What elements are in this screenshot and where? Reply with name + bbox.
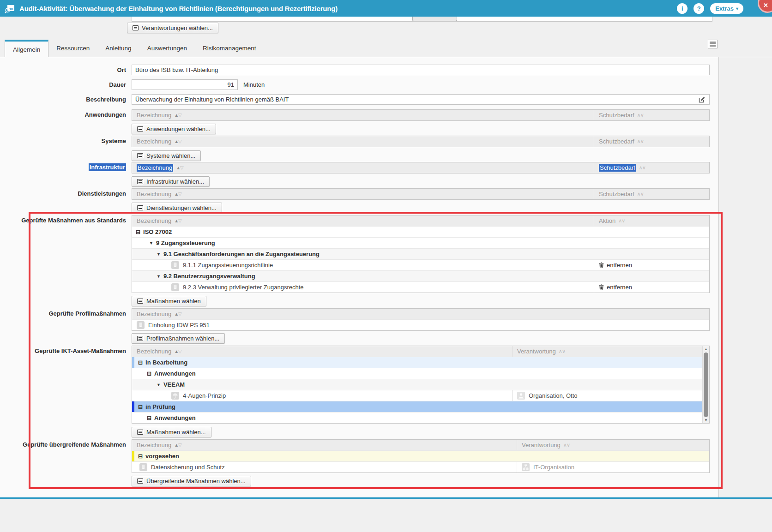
column-header-bezeichnung[interactable]: Bezeichnung ▲▽	[132, 348, 181, 355]
collapse-icon[interactable]: ⊟	[147, 415, 151, 421]
tab-ressourcen[interactable]: Ressourcen	[48, 40, 97, 57]
choose-massnahmen-button[interactable]: Maßnahmen wählen	[132, 296, 206, 306]
scroll-up-button[interactable]: ▲	[703, 346, 709, 352]
choose-profilmassnahmen-button[interactable]: Profilmaßnahmen wählen...	[132, 333, 225, 344]
tab-auswertungen[interactable]: Auswertungen	[139, 40, 195, 57]
status-group-in-bearbeitung[interactable]: ⊟ in Bearbeitung	[132, 357, 702, 368]
sort-icons: ▲▽	[174, 139, 181, 144]
tree-node-anwendungen[interactable]: ⊟ Anwendungen	[132, 412, 702, 423]
list-icon	[137, 478, 143, 484]
list-icon	[137, 430, 143, 435]
profile-measure-row[interactable]: Einholung IDW PS 951	[132, 319, 709, 330]
collapse-icon[interactable]: ⊟	[138, 359, 143, 366]
uebergreifend-section-label: Geprüfte übergreifende Maßnahmen	[0, 441, 126, 448]
tree-leaf-datensicherung[interactable]: Datensicherung und Schutz IT-Organisatio…	[132, 461, 709, 472]
column-header-bezeichnung[interactable]: Bezeichnung ▲▽	[132, 311, 181, 317]
systeme-table: Bezeichnung ▲▽ Schutzbedarf ∧∨	[132, 136, 710, 147]
tree-leaf-9-1-1[interactable]: 9.1.1 Zugangssteuerungsrichtlinie entfer…	[132, 259, 709, 270]
column-header-schutzbedarf[interactable]: Schutzbedarf ∧∨	[594, 110, 709, 120]
vertical-scrollbar[interactable]: ▲ ▼	[702, 346, 709, 423]
tree-node-iso-27002[interactable]: ⊟ ISO 27002	[132, 226, 709, 237]
tree-node-9-zugangssteuerung[interactable]: ▼ 9 Zugangssteuerung	[132, 237, 709, 248]
collapse-icon[interactable]: ⊟	[136, 229, 140, 235]
sort-icons: ∧∨	[563, 442, 570, 448]
column-header-bezeichnung[interactable]: Bezeichnung ▲▽	[132, 112, 181, 119]
list-icon	[137, 205, 143, 210]
choose-anwendungen-button[interactable]: Anwendungen wählen...	[132, 124, 216, 134]
scrollbar-thumb[interactable]	[704, 353, 708, 417]
responsible-person: Organisation, Otto	[517, 392, 578, 400]
tree-leaf-9-2-3[interactable]: 9.2.3 Verwaltung privilegierter Zugangsr…	[132, 281, 709, 293]
dauer-input[interactable]	[132, 79, 238, 90]
standards-section-label: Geprüfte Maßnahmen aus Standards	[0, 217, 126, 224]
scroll-down-button[interactable]: ▼	[703, 417, 709, 423]
dienstleistungen-label: Dienstleistungen	[0, 190, 126, 197]
help-button[interactable]: ?	[694, 3, 704, 14]
measure-icon	[171, 283, 179, 291]
tree-leaf-4-augen-prinzip[interactable]: 4-Augen-Prinzip Organisation, Otto	[132, 390, 702, 401]
choose-dienstleistungen-button[interactable]: Dienstleistungen wählen...	[132, 203, 222, 213]
dauer-label: Dauer	[0, 81, 126, 88]
profile-measures-table: Bezeichnung ▲▽ Einholung IDW PS 951	[132, 308, 710, 331]
beschreibung-label: Beschreibung	[0, 96, 126, 103]
partially-hidden-button[interactable]	[412, 17, 457, 21]
list-icon	[137, 126, 143, 132]
list-view-toggle-button[interactable]	[708, 40, 718, 48]
choose-systeme-button[interactable]: Systeme wählen...	[132, 150, 201, 161]
tab-allgemein[interactable]: Allgemein	[5, 40, 48, 57]
collapse-icon[interactable]: ⊟	[138, 453, 143, 460]
column-header-verantwortung[interactable]: Verantwortung ∧∨	[512, 346, 702, 357]
tab-risikomanagement[interactable]: Risikomanagement	[195, 40, 264, 57]
expanded-node-icon[interactable]: ▼	[157, 274, 161, 279]
choose-ikt-massnahmen-button[interactable]: Maßnahmen wählen...	[132, 427, 211, 437]
list-icon	[137, 299, 143, 304]
bottom-divider-line	[0, 497, 772, 499]
tree-node-anwendungen[interactable]: ⊟ Anwendungen	[132, 368, 702, 379]
beschreibung-input[interactable]	[132, 94, 710, 105]
systeme-label: Systeme	[0, 137, 126, 144]
column-header-bezeichnung[interactable]: Bezeichnung ▲▽	[132, 442, 181, 448]
tree-node-9-2[interactable]: ▼ 9.2 Benutzerzugangsverwaltung	[132, 270, 709, 281]
responsible-organisation: IT-Organisation	[522, 463, 574, 471]
status-group-in-pruefung[interactable]: ⊟ in Prüfung	[132, 401, 702, 412]
choose-infrastruktur-button[interactable]: Infrastruktur wählen...	[132, 176, 210, 187]
sort-icons: ▲▽	[174, 113, 181, 118]
tab-anleitung[interactable]: Anleitung	[97, 40, 139, 57]
ort-input[interactable]	[132, 65, 710, 75]
column-header-schutzbedarf[interactable]: Schutzbedarf ∧∨	[594, 189, 709, 199]
status-color-bar	[132, 401, 134, 412]
column-header-aktion[interactable]: Aktion ∧∨	[594, 215, 709, 226]
expanded-node-icon[interactable]: ▼	[149, 241, 153, 245]
column-header-schutzbedarf[interactable]: Schutzbedarf ∧∨	[594, 162, 709, 173]
trash-icon	[599, 262, 604, 268]
expanded-node-icon[interactable]: ▼	[157, 383, 161, 387]
ikt-section-label: Geprüfte IKT-Asset-Maßnahmen	[0, 347, 126, 354]
collapse-icon[interactable]: ⊟	[138, 404, 143, 410]
choose-responsibilities-button[interactable]: Verantwortungen wählen...	[127, 23, 218, 33]
remove-measure-link[interactable]: entfernen	[599, 284, 632, 291]
sort-icons: ▲▽	[174, 442, 181, 448]
tab-bar: Allgemein Ressourcen Anleitung Auswertun…	[0, 40, 772, 57]
column-header-bezeichnung[interactable]: Bezeichnung ▲▽	[132, 191, 181, 197]
column-header-bezeichnung[interactable]: Bezeichnung ▲▽	[132, 138, 181, 145]
info-button[interactable]: i	[677, 3, 688, 14]
tree-node-9-1[interactable]: ▼ 9.1 Geschäftsanforderungen an die Zuga…	[132, 248, 709, 259]
tree-node-veeam[interactable]: ▼ VEEAM	[132, 379, 702, 390]
collapse-icon[interactable]: ⊟	[147, 371, 151, 377]
expanded-node-icon[interactable]: ▼	[157, 252, 161, 257]
ikt-asset-measures-table: Bezeichnung ▲▽ Verantwortung ∧∨ ⊟ in Bea…	[132, 346, 710, 424]
person-icon	[517, 392, 525, 400]
extras-label: Extras	[715, 5, 734, 12]
status-group-vorgesehen[interactable]: ⊟ vorgesehen	[132, 450, 709, 461]
column-header-schutzbedarf[interactable]: Schutzbedarf ∧∨	[594, 136, 709, 147]
sort-icons: ▲▽	[174, 191, 181, 197]
dienstleistungen-table: Bezeichnung ▲▽ Schutzbedarf ∧∨	[132, 188, 710, 200]
edit-description-icon[interactable]	[698, 96, 706, 105]
remove-measure-link[interactable]: entfernen	[599, 262, 632, 269]
column-header-bezeichnung[interactable]: Bezeichnung ▲▽	[132, 164, 183, 172]
column-header-bezeichnung[interactable]: Bezeichnung ▲▽	[132, 217, 181, 224]
extras-button[interactable]: Extras ▾	[710, 3, 743, 14]
list-icon	[133, 25, 139, 30]
choose-uebergreifende-massnahmen-button[interactable]: Übergreifende Maßnahmen wählen...	[132, 476, 251, 486]
column-header-verantwortung[interactable]: Verantwortung ∧∨	[517, 440, 709, 450]
